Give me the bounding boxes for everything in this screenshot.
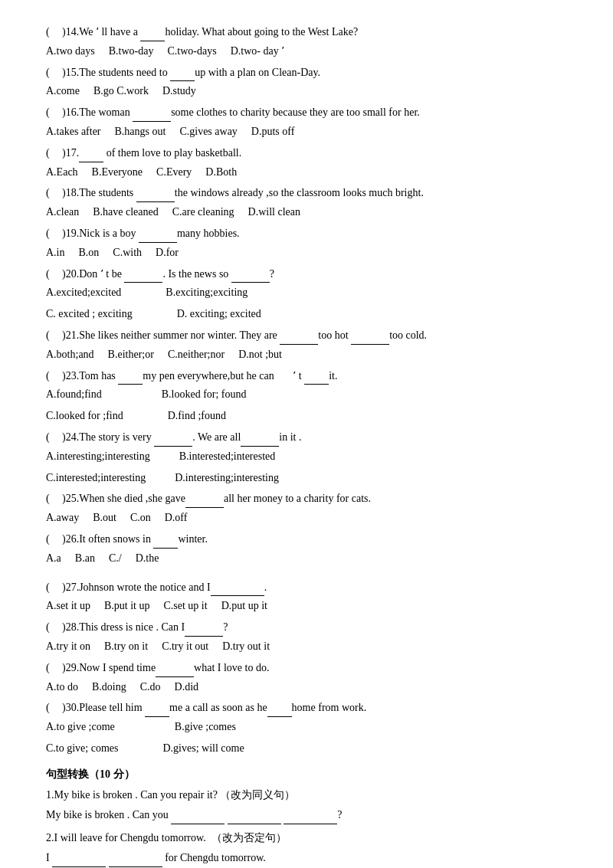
q28-options: A.try it on B.try on it C.try it out D.t…: [46, 637, 567, 656]
q28-d: D.try out it: [222, 637, 270, 656]
q18-d: D.will clean: [248, 203, 300, 221]
question-29-text: ( )29.Now I spend timewhat I love to do.: [46, 659, 567, 677]
question-21: ( )21.She likes neither summer nor winte…: [46, 326, 567, 364]
q20-body: )20.Don ʼ t be . Is the news so ?: [57, 265, 274, 283]
q24-options-row1: A.interesting;interesting B.interested;i…: [46, 447, 567, 466]
question-15-text: ( )15.The students need to up with a pla…: [46, 64, 567, 82]
q25-c: C.on: [130, 509, 151, 527]
q29-c: C.do: [140, 678, 161, 696]
q30-c: C.to give; comes: [46, 739, 119, 758]
q18-body: )18.The students the windows already ,so…: [57, 184, 424, 202]
paren-19: (: [46, 224, 57, 243]
q19-d: D.for: [156, 244, 179, 262]
q23-body: )23.Tom has my pen everywhere,but he can…: [57, 367, 337, 385]
q16-c: C.gives away: [179, 123, 237, 141]
q23-b: B.looked for; found: [162, 385, 247, 404]
q17-options: A.Each B.Everyone C.Every D.Both: [46, 163, 567, 182]
q23-options-row1: A.found;find B.looked for; found: [46, 385, 567, 404]
question-17: ( )17. of them love to play basketball. …: [46, 144, 567, 182]
q17-c: C.Every: [156, 163, 192, 182]
q27-a: A.set it up: [46, 597, 90, 615]
q24-d: D.interesting;interesting: [175, 469, 279, 487]
q26-options: A.a B.an C./ D.the: [46, 549, 567, 568]
question-30: ( )30.Please tell him me a call as soon …: [46, 699, 567, 757]
q14-a: A.two days: [46, 42, 95, 61]
q27-body: )27.Johnson wrote the notice and I.: [57, 578, 267, 597]
question-14-text: ( )14.We ʼ ll have a holiday. What about…: [46, 23, 567, 41]
q14-c: C.two-days: [168, 42, 217, 61]
q19-b: B.on: [79, 244, 100, 262]
q17-a: A.Each: [46, 163, 78, 182]
question-17-text: ( )17. of them love to play basketball.: [46, 144, 567, 162]
q27-b: B.put it up: [104, 597, 150, 615]
q25-options: A.away B.out C.on D.off: [46, 509, 567, 527]
q21-b: B.either;or: [108, 346, 154, 364]
q16-options: A.takes after B.hangs out C.gives away D…: [46, 123, 567, 141]
question-19-text: ( )19.Nick is a boy many hobbies.: [46, 224, 567, 243]
question-28-text: ( )28.This dress is nice . Can I?: [46, 618, 567, 637]
q16-a: A.takes after: [46, 123, 101, 141]
q26-d: D.the: [136, 549, 159, 568]
q15-body: )15.The students need to up with a plan …: [57, 64, 320, 82]
question-18-text: ( )18.The students the windows already ,…: [46, 184, 567, 202]
q27-options: A.set it up B.put it up C.set up it D.pu…: [46, 597, 567, 615]
paren-29: (: [46, 659, 57, 677]
question-26: ( )26.It often snows in winter. A.a B.an…: [46, 530, 567, 568]
paren-14: (: [46, 23, 57, 41]
q14-d: D.two- day ʼ: [231, 42, 285, 61]
q24-b: B.interested;interested: [179, 447, 276, 466]
question-29: ( )29.Now I spend timewhat I love to do.…: [46, 659, 567, 696]
q20-c: C. excited ; exciting: [46, 305, 133, 323]
question-26-text: ( )26.It often snows in winter.: [46, 530, 567, 549]
question-27-text: ( )27.Johnson wrote the notice and I.: [46, 578, 567, 597]
transform-1-original: 1.My bike is broken . Can you repair it?…: [46, 786, 567, 804]
q20-options-row1: A.excited;excited B.exciting;exciting: [46, 283, 567, 302]
paren-25: (: [46, 490, 57, 508]
q19-body: )19.Nick is a boy many hobbies.: [57, 224, 240, 243]
q23-options-row2: C.looked for ;find D.find ;found: [46, 407, 567, 425]
q30-options-row2: C.to give; comes D.gives; will come: [46, 739, 567, 758]
q26-a: A.a: [46, 549, 61, 568]
question-16: ( )16.The woman some clothes to charity …: [46, 103, 567, 141]
q17-d: D.Both: [205, 163, 237, 182]
q25-body: )25.When she died ,she gaveall her money…: [57, 490, 371, 508]
question-16-text: ( )16.The woman some clothes to charity …: [46, 103, 567, 122]
question-15: ( )15.The students need to up with a pla…: [46, 64, 567, 101]
q18-b: B.have cleaned: [93, 203, 159, 221]
transform-1-fill: My bike is broken . Can you ?: [46, 806, 567, 824]
q16-b: B.hangs out: [115, 123, 166, 141]
transform-1: 1.My bike is broken . Can you repair it?…: [46, 786, 567, 824]
paren-16: (: [46, 103, 57, 122]
q15-a: A.come: [46, 82, 80, 100]
q20-options-row2: C. excited ; exciting D. exciting; excit…: [46, 305, 567, 323]
paren-27: (: [46, 578, 57, 597]
q20-d: D. exciting; excited: [177, 305, 261, 323]
question-23-text: ( )23.Tom has my pen everywhere,but he c…: [46, 367, 567, 385]
paren-30: (: [46, 699, 57, 717]
paren-20: (: [46, 265, 57, 283]
question-19: ( )19.Nick is a boy many hobbies. A.in B…: [46, 224, 567, 262]
paren-24: (: [46, 428, 57, 447]
q19-a: A.in: [46, 244, 65, 262]
q30-a: A.to give ;come: [46, 718, 115, 736]
question-30-text: ( )30.Please tell him me a call as soon …: [46, 699, 567, 717]
q17-b: B.Everyone: [92, 163, 143, 182]
q21-body: )21.She likes neither summer nor winter.…: [57, 326, 427, 345]
q20-b: B.exciting;exciting: [166, 283, 247, 302]
question-25: ( )25.When she died ,she gaveall her mon…: [46, 490, 567, 527]
q28-body: )28.This dress is nice . Can I?: [57, 618, 228, 637]
q16-body: )16.The woman some clothes to charity be…: [57, 103, 420, 122]
q21-d: D.not ;but: [238, 346, 282, 364]
q30-options-row1: A.to give ;come B.give ;comes: [46, 718, 567, 736]
question-18: ( )18.The students the windows already ,…: [46, 184, 567, 221]
q24-options-row2: C.interested;interesting D.interesting;i…: [46, 469, 567, 487]
paren-15: (: [46, 64, 57, 82]
q27-d: D.put up it: [221, 597, 267, 615]
q23-a: A.found;find: [46, 385, 102, 404]
paren-17: (: [46, 144, 57, 162]
q15-b: B.go C.work: [93, 82, 149, 100]
q23-c: C.looked for ;find: [46, 407, 123, 425]
paren-28: (: [46, 618, 57, 637]
q26-body: )26.It often snows in winter.: [57, 530, 208, 549]
question-14: ( )14.We ʼ ll have a holiday. What about…: [46, 23, 567, 61]
